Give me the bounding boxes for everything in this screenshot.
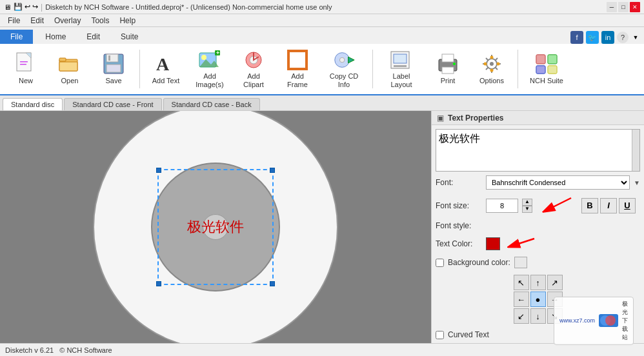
- text-color-label: Text Color:: [436, 239, 482, 248]
- font-size-up[interactable]: ▲: [522, 199, 532, 206]
- facebook-icon[interactable]: f: [570, 31, 583, 44]
- print-label: Print: [441, 77, 456, 85]
- svg-rect-2: [20, 61, 28, 63]
- font-style-label: Font style:: [436, 221, 482, 230]
- align-center[interactable]: ●: [530, 292, 546, 307]
- twitter-icon[interactable]: 🐦: [586, 31, 599, 44]
- add-images-button[interactable]: + Add Image(s): [189, 47, 230, 91]
- options-icon: [480, 52, 503, 75]
- undo-icon[interactable]: ↩: [25, 3, 30, 11]
- tab-home[interactable]: Home: [35, 29, 75, 44]
- curved-text-checkbox[interactable]: [436, 331, 444, 339]
- help-icon[interactable]: ?: [617, 32, 629, 43]
- disc-text-label: 极光软件: [187, 217, 244, 237]
- scrollbar[interactable]: [632, 130, 639, 171]
- svg-rect-9: [106, 64, 121, 72]
- copyright-text: © NCH Software: [59, 346, 112, 354]
- text-content-input[interactable]: [436, 130, 632, 171]
- svg-rect-37: [548, 55, 557, 64]
- svg-rect-38: [536, 66, 545, 74]
- add-frame-icon: [286, 49, 309, 71]
- copy-cd-info-button[interactable]: Copy CD Info: [321, 47, 367, 91]
- menu-edit[interactable]: Edit: [25, 15, 49, 26]
- align-bottom-left[interactable]: ↙: [514, 308, 529, 324]
- svg-rect-39: [548, 66, 557, 74]
- nch-suite-button[interactable]: NCH Suite: [523, 47, 570, 91]
- redo-icon[interactable]: ↪: [32, 3, 38, 11]
- panel-header: ▣ Text Properties: [432, 111, 644, 125]
- menu-help[interactable]: Help: [114, 15, 141, 26]
- align-top-center[interactable]: ↑: [530, 275, 546, 290]
- add-frame-button[interactable]: Add Frame: [277, 47, 318, 91]
- handle-bl[interactable]: [156, 281, 161, 286]
- add-clipart-label: Add Clipart: [236, 72, 271, 89]
- tab-suite[interactable]: Suite: [111, 29, 148, 44]
- copy-cd-info-icon: [332, 49, 356, 71]
- svg-rect-19: [288, 51, 307, 69]
- save-button[interactable]: Save: [93, 47, 134, 91]
- doc-tab-back[interactable]: Standard CD case - Back: [163, 98, 260, 110]
- font-select[interactable]: Bahnschrift Condensed: [486, 175, 630, 190]
- svg-text:A: A: [156, 54, 170, 74]
- align-top-left[interactable]: ↖: [514, 275, 529, 290]
- canvas-area[interactable]: 极光软件: [0, 111, 431, 343]
- font-size-spinner: ▲ ▼: [522, 199, 532, 213]
- bg-color-checkbox[interactable]: [436, 259, 444, 267]
- maximize-button[interactable]: □: [618, 2, 629, 12]
- font-size-down[interactable]: ▼: [522, 206, 532, 213]
- watermark-brand: 极光下载站: [622, 300, 628, 342]
- font-size-row: Font size: ▲ ▼: [436, 195, 640, 216]
- svg-rect-10: [108, 55, 110, 61]
- align-bottom-center[interactable]: ↓: [530, 308, 546, 324]
- add-images-label: Add Image(s): [192, 72, 227, 89]
- tab-file[interactable]: File: [0, 30, 33, 44]
- bold-button[interactable]: B: [581, 198, 598, 213]
- menu-overlay[interactable]: Overlay: [49, 15, 86, 26]
- ribbon-content: New Open Save A: [0, 44, 644, 95]
- align-middle-left[interactable]: ←: [514, 292, 529, 307]
- svg-rect-24: [394, 54, 407, 63]
- text-color-swatch[interactable]: [486, 237, 500, 250]
- menu-bar: File Edit Overlay Tools Help: [0, 14, 644, 27]
- print-button[interactable]: Print: [427, 47, 468, 91]
- label-layout-label: Label Layout: [381, 72, 421, 89]
- doc-tab-disc[interactable]: Standard disc: [3, 98, 63, 110]
- bg-color-swatch[interactable]: [514, 257, 527, 268]
- svg-rect-6: [59, 58, 66, 61]
- svg-rect-5: [59, 62, 77, 71]
- handle-tl[interactable]: [156, 168, 161, 173]
- title-bar-title: Disketch by NCH Software - Untitled.depr…: [45, 3, 332, 11]
- handle-tr[interactable]: [270, 168, 275, 173]
- svg-point-31: [490, 62, 494, 66]
- underline-button[interactable]: U: [619, 198, 636, 213]
- new-icon: [14, 52, 37, 75]
- add-text-button[interactable]: A Add Text: [145, 47, 186, 91]
- align-top-right[interactable]: ↗: [547, 275, 563, 290]
- add-clipart-button[interactable]: Add Clipart: [233, 47, 274, 91]
- svg-point-35: [497, 63, 500, 66]
- nch-suite-label: NCH Suite: [530, 77, 563, 85]
- quick-access-icon[interactable]: 💾: [14, 3, 23, 11]
- menu-tools[interactable]: Tools: [86, 15, 114, 26]
- linkedin-icon[interactable]: in: [601, 31, 614, 44]
- italic-button[interactable]: I: [600, 198, 617, 213]
- doc-tabs: Standard disc Standard CD case - Front S…: [0, 95, 644, 111]
- open-button[interactable]: Open: [49, 47, 90, 91]
- label-layout-button[interactable]: Label Layout: [378, 47, 425, 91]
- svg-point-21: [339, 57, 345, 63]
- doc-tab-front[interactable]: Standard CD case - Front: [64, 98, 161, 110]
- options-button[interactable]: Options: [471, 47, 512, 91]
- font-label: Font:: [436, 178, 482, 187]
- new-button[interactable]: New: [5, 47, 46, 91]
- add-text-icon: A: [154, 52, 177, 75]
- close-button[interactable]: ✕: [630, 2, 640, 12]
- font-size-input[interactable]: [486, 199, 518, 213]
- handle-br[interactable]: [270, 281, 275, 286]
- status-text: Disketch v 6.21 © NCH Software: [5, 346, 112, 354]
- bg-color-label: Background color:: [448, 258, 510, 267]
- menu-file[interactable]: File: [3, 15, 25, 26]
- minimize-button[interactable]: ─: [607, 2, 617, 12]
- text-content-wrapper: [436, 129, 640, 172]
- tab-edit[interactable]: Edit: [77, 29, 110, 44]
- ribbon-menu-icon[interactable]: ▼: [631, 33, 640, 42]
